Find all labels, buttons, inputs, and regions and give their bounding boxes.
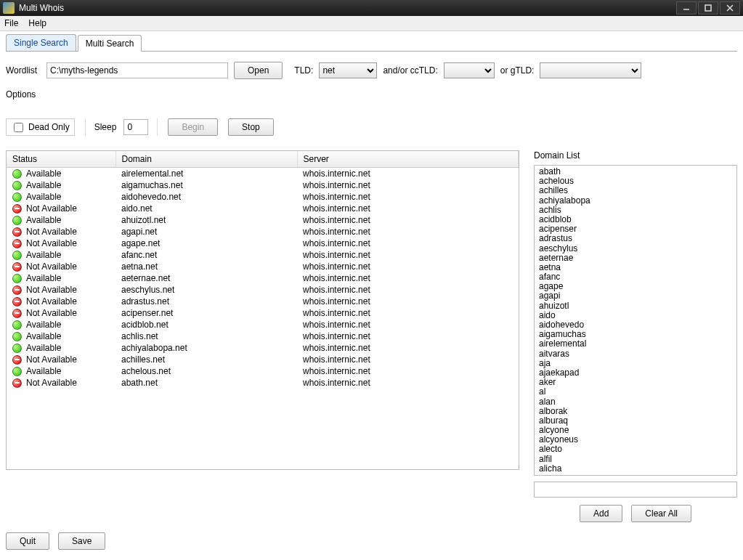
table-row[interactable]: Not Availableadrastus.netwhois.internic.… [7,296,519,307]
add-button[interactable]: Add [580,505,622,522]
table-row[interactable]: Availableaigamuchas.netwhois.internic.ne… [7,179,519,191]
table-row[interactable]: Not Availableagape.netwhois.internic.net [7,238,519,249]
status-text: Not Available [26,285,77,295]
list-item[interactable]: aeschylus [537,244,734,253]
list-item[interactable]: ajaekapad [537,368,734,378]
domain-cell: achelous.net [115,365,297,377]
col-domain[interactable]: Domain [115,151,297,168]
server-cell: whois.internic.net [297,342,519,354]
save-button[interactable]: Save [58,532,105,550]
table-row[interactable]: Availableairelemental.netwhois.internic.… [7,168,519,180]
window-titlebar: Multi Whois [0,0,743,16]
col-server[interactable]: Server [297,151,519,168]
minimize-button[interactable] [676,1,697,15]
table-row[interactable]: Availableahuizotl.netwhois.internic.net [7,214,519,226]
list-item[interactable]: achlis [537,206,734,215]
domain-cell: aido.net [115,203,297,214]
domain-cell: aetna.net [115,261,297,272]
list-item[interactable]: alan [537,397,734,407]
domain-cell: ahuizotl.net [115,214,297,226]
status-text: Available [26,273,61,283]
menu-file[interactable]: File [4,18,18,28]
menu-help[interactable]: Help [28,18,46,28]
list-item[interactable]: agape [537,282,734,291]
stop-button[interactable]: Stop [228,118,274,136]
clear-all-button[interactable]: Clear All [631,505,691,522]
list-item[interactable]: aja [537,359,734,368]
table-row[interactable]: Not Availableaetna.netwhois.internic.net [7,261,519,272]
server-cell: whois.internic.net [297,319,519,330]
domain-cell: acipenser.net [115,307,297,319]
table-row[interactable]: Not Availableaeschylus.netwhois.internic… [7,284,519,296]
list-item[interactable]: afanc [537,272,734,282]
not-available-icon [12,227,22,237]
sleep-input[interactable] [123,119,148,135]
list-item[interactable]: alecto [537,445,734,454]
list-item[interactable]: alicha [537,464,734,474]
list-item[interactable]: ahuizotl [537,301,734,311]
table-row[interactable]: Availableaeternae.netwhois.internic.net [7,272,519,284]
deadonly-checkbox[interactable]: Dead Only [6,118,75,136]
col-status[interactable]: Status [7,151,115,168]
results-table[interactable]: Status Domain Server Availableairelement… [6,150,519,470]
list-item[interactable]: achilles [537,186,734,195]
domain-cell: airelemental.net [115,168,297,180]
list-item[interactable]: adrastus [537,234,734,243]
cctld-label: and/or ccTLD: [383,65,437,76]
open-button[interactable]: Open [234,62,283,79]
table-row[interactable]: Availableachiyalabopa.netwhois.internic.… [7,342,519,354]
server-cell: whois.internic.net [297,284,519,296]
cctld-select[interactable] [444,62,495,78]
list-item[interactable]: agapi [537,291,734,301]
domain-cell: aeternae.net [115,272,297,284]
list-item[interactable]: alfil [537,455,734,464]
tab-single-search[interactable]: Single Search [6,34,76,51]
tab-multi-search[interactable]: Multi Search [78,35,142,52]
list-item[interactable]: aitvaras [537,349,734,359]
deadonly-input[interactable] [14,123,23,132]
table-row[interactable]: Availableacidblob.netwhois.internic.net [7,319,519,330]
server-cell: whois.internic.net [297,203,519,214]
table-row[interactable]: Not Availableagapi.netwhois.internic.net [7,226,519,238]
wordlist-input[interactable] [46,62,228,78]
domain-listbox[interactable]: abathachelousachillesachiyalabopaachlisa… [534,165,737,476]
close-button[interactable] [720,1,740,15]
list-item[interactable]: al [537,387,734,397]
not-available-icon [12,297,22,307]
list-item[interactable]: aetna [537,263,734,272]
domain-cell: achiyalabopa.net [115,342,297,354]
domain-cell: aigamuchas.net [115,179,297,191]
list-item[interactable]: aker [537,378,734,387]
table-row[interactable]: Availableafanc.netwhois.internic.net [7,249,519,261]
domain-cell: adrastus.net [115,296,297,307]
table-row[interactable]: Availableachelous.netwhois.internic.net [7,365,519,377]
not-available-icon [12,309,22,318]
list-item[interactable]: aeternae [537,253,734,263]
list-item[interactable]: achiyalabopa [537,196,734,206]
table-row[interactable]: Availableaidohevedo.netwhois.internic.ne… [7,191,519,203]
gtld-select[interactable] [540,62,641,78]
available-icon [12,332,22,341]
list-item[interactable]: alcyoneus [537,435,734,445]
tld-select[interactable]: net [319,62,377,78]
table-row[interactable]: Availableachlis.netwhois.internic.net [7,330,519,342]
sleep-label: Sleep [94,122,117,132]
not-available-icon [12,262,22,272]
server-cell: whois.internic.net [297,179,519,191]
begin-button[interactable]: Begin [168,118,218,136]
table-row[interactable]: Not Availableabath.netwhois.internic.net [7,377,519,389]
server-cell: whois.internic.net [297,168,519,180]
domain-add-input[interactable] [534,482,737,498]
server-cell: whois.internic.net [297,226,519,238]
table-row[interactable]: Not Availableachilles.netwhois.internic.… [7,354,519,365]
available-icon [12,367,22,376]
status-text: Available [26,331,61,341]
quit-button[interactable]: Quit [6,532,49,550]
list-item[interactable]: airelemental [537,339,734,349]
status-text: Not Available [26,308,77,318]
table-row[interactable]: Not Availableacipenser.netwhois.internic… [7,307,519,319]
maximize-button[interactable] [698,1,718,15]
available-icon [12,251,22,260]
list-item[interactable]: alborak [537,407,734,416]
table-row[interactable]: Not Availableaido.netwhois.internic.net [7,203,519,214]
